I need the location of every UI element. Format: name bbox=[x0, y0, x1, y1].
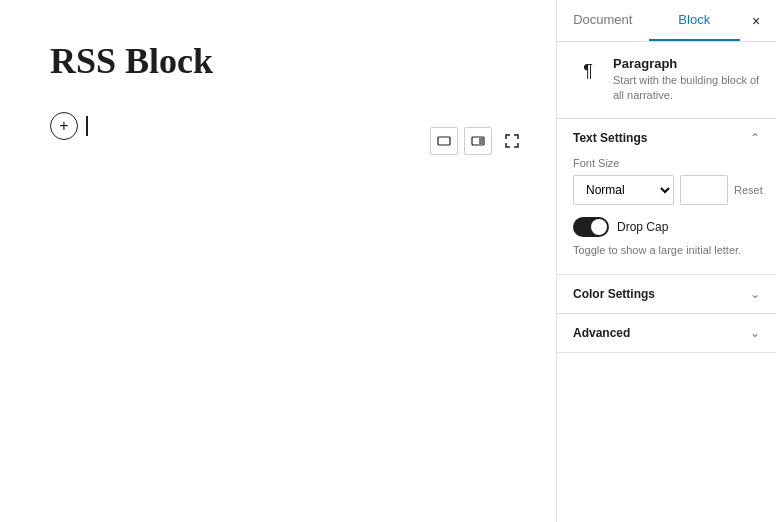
font-size-select[interactable]: Normal Small Medium Large Extra Large bbox=[573, 175, 674, 205]
image-toolbar bbox=[430, 127, 526, 155]
advanced-section: Advanced ⌄ bbox=[557, 314, 776, 353]
block-type-label: Paragraph bbox=[613, 56, 760, 71]
fullscreen-button[interactable] bbox=[498, 127, 526, 155]
text-settings-content: Font Size Normal Small Medium Large Extr… bbox=[557, 157, 776, 274]
drop-cap-hint: Toggle to show a large initial letter. bbox=[573, 243, 760, 258]
text-settings-section: Text Settings ⌃ Font Size Normal Small M… bbox=[557, 119, 776, 275]
editor-area: RSS Block + bbox=[0, 0, 556, 522]
block-info: ¶ Paragraph Start with the building bloc… bbox=[557, 42, 776, 119]
block-info-text: Paragraph Start with the building block … bbox=[613, 56, 760, 104]
paragraph-icon: ¶ bbox=[573, 56, 603, 86]
text-settings-label: Text Settings bbox=[573, 131, 647, 145]
svg-rect-0 bbox=[438, 137, 450, 145]
align-left-image-button[interactable] bbox=[430, 127, 458, 155]
drop-cap-row: Drop Cap bbox=[573, 217, 760, 237]
tab-block[interactable]: Block bbox=[649, 0, 741, 41]
font-size-number-input[interactable] bbox=[680, 175, 728, 205]
editor-title: RSS Block bbox=[50, 40, 506, 82]
add-block-button[interactable]: + bbox=[50, 112, 78, 140]
font-size-reset-button[interactable]: Reset bbox=[734, 184, 763, 196]
drop-cap-toggle[interactable] bbox=[573, 217, 609, 237]
align-right-image-button[interactable] bbox=[464, 127, 492, 155]
drop-cap-label: Drop Cap bbox=[617, 220, 668, 234]
color-settings-header[interactable]: Color Settings ⌄ bbox=[557, 275, 776, 313]
block-type-description: Start with the building block of all nar… bbox=[613, 73, 760, 104]
advanced-label: Advanced bbox=[573, 326, 630, 340]
color-settings-chevron-icon: ⌄ bbox=[750, 287, 760, 301]
text-settings-header[interactable]: Text Settings ⌃ bbox=[557, 119, 776, 157]
sidebar-panel: Document Block × ¶ Paragraph Start with … bbox=[556, 0, 776, 522]
close-icon: × bbox=[752, 13, 760, 29]
font-size-label: Font Size bbox=[573, 157, 760, 169]
align-right-image-icon bbox=[471, 134, 485, 148]
tab-document[interactable]: Document bbox=[557, 0, 649, 41]
plus-icon: + bbox=[59, 118, 68, 134]
color-settings-section: Color Settings ⌄ bbox=[557, 275, 776, 314]
advanced-header[interactable]: Advanced ⌄ bbox=[557, 314, 776, 352]
toggle-knob bbox=[591, 219, 607, 235]
text-cursor bbox=[86, 116, 88, 136]
align-left-image-icon bbox=[437, 134, 451, 148]
font-size-row: Normal Small Medium Large Extra Large Re… bbox=[573, 175, 760, 205]
advanced-chevron-icon: ⌄ bbox=[750, 326, 760, 340]
sidebar-tabs: Document Block × bbox=[557, 0, 776, 42]
text-settings-chevron-icon: ⌃ bbox=[750, 131, 760, 145]
close-sidebar-button[interactable]: × bbox=[740, 5, 772, 37]
expand-icon bbox=[504, 133, 520, 149]
color-settings-label: Color Settings bbox=[573, 287, 655, 301]
